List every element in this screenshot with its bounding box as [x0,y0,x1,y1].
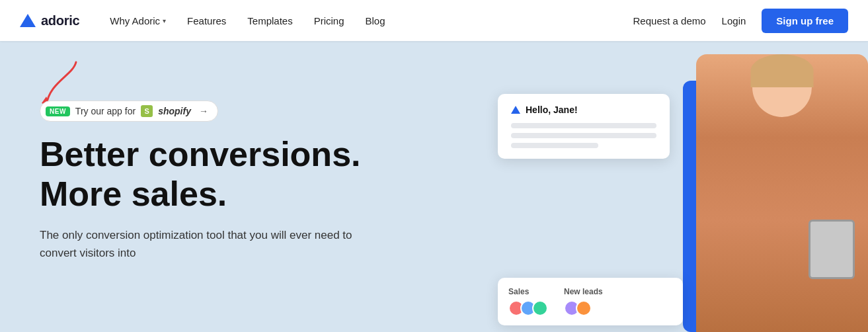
avatar-5 [576,300,592,316]
chevron-down-icon: ▾ [163,17,166,24]
sales-label: Sales [508,287,544,296]
logo-text: adoric [41,13,79,28]
signup-button[interactable]: Sign up free [762,9,848,33]
nav-links: Why Adoric ▾ Features Templates Pricing … [110,15,609,26]
nav-item-pricing[interactable]: Pricing [314,15,344,26]
content-line-3 [511,143,598,148]
hero-section: NEW Try our app for S shopify → Better c… [0,41,868,332]
woman-hair [751,54,814,87]
login-button[interactable]: Login [722,15,746,26]
nav-right: Request a demo Login Sign up free [633,9,848,33]
leads-column: New leads [564,287,603,316]
sales-column: Sales [508,287,544,316]
shopify-label: shopify [158,106,191,116]
woman-image [690,41,868,332]
hero-title: Better conversions. More sales. [40,135,423,214]
shopify-icon: S [141,105,153,117]
hello-triangle-icon [511,106,520,114]
hello-card-header: Hello, Jane! [511,104,656,115]
nav-item-why-adoric[interactable]: Why Adoric ▾ [110,15,166,26]
content-line-2 [511,133,656,138]
request-demo-button[interactable]: Request a demo [633,15,706,26]
nav-item-templates[interactable]: Templates [247,15,292,26]
nav-item-features[interactable]: Features [187,15,226,26]
nav-item-blog[interactable]: Blog [366,15,385,26]
sales-avatars [508,300,544,316]
leads-avatars [564,300,603,316]
badge-arrow-icon: → [199,106,208,116]
sales-card: Sales New leads [498,278,683,325]
shopify-badge[interactable]: NEW Try our app for S shopify → [40,101,218,122]
navbar: adoric Why Adoric ▾ Features Templates P… [0,0,868,41]
leads-label: New leads [564,287,603,296]
woman-body [696,54,868,332]
badge-new-label: NEW [46,106,70,116]
badge-text: Try our app for [75,106,136,116]
tablet [809,220,855,279]
hello-content-lines [511,123,656,148]
hello-jane-card: Hello, Jane! [498,94,670,159]
hero-right-mockup: Hello, Jane! Sales New leads [485,41,868,332]
hero-subtitle: The only conversion optimization tool th… [40,226,370,262]
avatar-3 [532,300,548,316]
logo-icon [20,14,36,27]
logo[interactable]: adoric [20,13,79,28]
hello-greeting: Hello, Jane! [526,104,578,115]
content-line-1 [511,123,656,128]
